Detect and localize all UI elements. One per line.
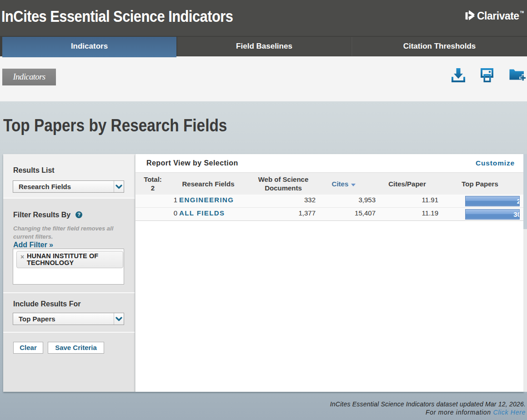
svg-text:TM: TM — [520, 10, 524, 14]
svg-text:Clarivate: Clarivate — [477, 10, 519, 22]
